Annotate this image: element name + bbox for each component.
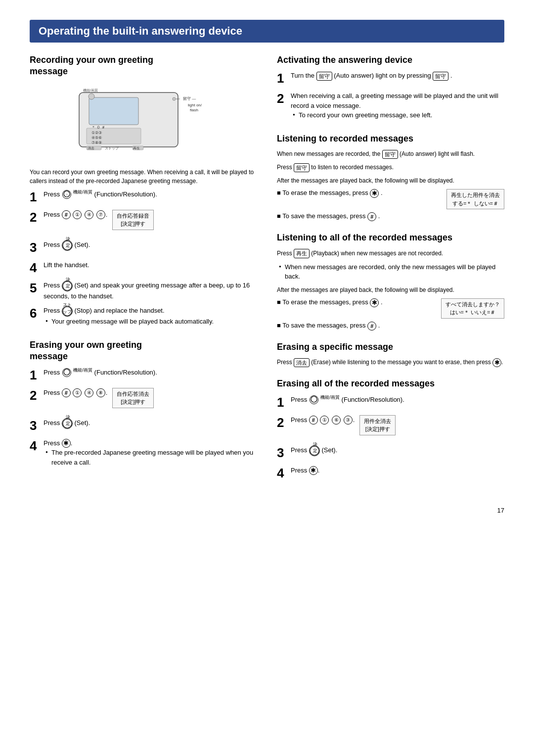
listening-press: Press 留守 to listen to recorded messages. (277, 163, 504, 172)
step-content: Press ✱. (291, 466, 504, 475)
erase-option: ■ To erase the messages, press ✱ . 再生した用… (277, 189, 504, 209)
step-text: Turn the (291, 72, 316, 79)
step-content: When receiving a call, a greeting messag… (291, 91, 504, 122)
listening-all-after: After the messages are played back, the … (277, 285, 504, 294)
step-with-note3: Press # ① ⑥ ③. 用件全消去[決定]押す (291, 415, 504, 435)
step-number: 2 (30, 388, 42, 403)
playback-icon: 再生 (294, 249, 310, 258)
save-prefix: ■ To save the messages, press (277, 213, 367, 220)
num4-icon: ④ (85, 210, 93, 219)
step-3: 3 Press 決定 (Set). (30, 240, 257, 255)
function-btn-icon3 (310, 395, 318, 404)
erase-btn-icon: 消去 (294, 358, 310, 368)
step-number: 3 (30, 418, 42, 433)
rusu-btn-icon2: 留守 (433, 72, 448, 81)
erase-all-display: すべて消去しますか？はい=＊ いいえ=＃ (441, 298, 504, 319)
btn-label-top3: 機能/画質 (320, 395, 340, 400)
set-btn-container3: 決定 (62, 418, 73, 429)
step-suffix: (Function/Resolution). (94, 190, 157, 198)
display-note3: 用件全消去[決定]押す (359, 415, 396, 435)
set-label: 決定 (66, 236, 73, 249)
svg-point-17 (173, 97, 176, 100)
num1b-icon: ① (73, 388, 82, 397)
rusu-press-icon: 留守 (294, 163, 310, 173)
step-content: Press 決定 (Set) and speak your greeting m… (44, 281, 257, 301)
step-content: Press 決定 (Set). (291, 445, 504, 456)
svg-text:light on/: light on/ (188, 103, 202, 107)
svg-point-26 (311, 396, 317, 402)
activate-step-1: 1 Turn the 留守 (Auto answer) light on by … (277, 71, 504, 86)
svg-text:留守 —: 留守 — (183, 96, 196, 101)
num6c-icon: ⑥ (332, 416, 341, 425)
step-number: 3 (30, 240, 42, 255)
activate-step-2: 2 When receiving a call, a greeting mess… (277, 91, 504, 122)
press-label: Press (44, 307, 62, 315)
press-label: Press (44, 282, 62, 289)
step-content: Press 決定 (Set). (44, 418, 257, 429)
star-icon4: ✱ (492, 358, 501, 367)
save-suffix: . (378, 213, 380, 220)
erase-option-text: ■ To erase the messages, press ✱ . (277, 189, 443, 198)
function-btn-icon2 (62, 368, 71, 377)
step-6: 6 Press ストップ (Stop) and replace the hand… (30, 306, 257, 329)
step-number: 2 (277, 91, 289, 106)
step-number: 3 (277, 445, 289, 461)
step-suffix: (Stop) and replace the handset. (74, 307, 164, 315)
star-icon: ✱ (62, 439, 71, 448)
erase-all-text: ■ To erase the messages, press ✱ . (277, 298, 437, 307)
hash-icon3: # (367, 212, 376, 221)
hash-icon4: # (367, 322, 376, 331)
page-number: 17 (30, 507, 504, 514)
set-label3: 決定 (66, 414, 73, 427)
step-number: 6 (30, 306, 42, 321)
save-option: ■ To save the messages, press # . (277, 212, 504, 221)
hash-icon2: # (62, 388, 71, 397)
step-suffix: (Set). (74, 419, 90, 426)
step-number: 1 (30, 368, 42, 383)
step-suffix: (Set) and speak your greeting message af… (44, 282, 250, 300)
section-activating-title: Activating the answering device (277, 54, 504, 66)
erase-step-4: 4 Press ✱. The pre-recorded Japanese gre… (30, 438, 257, 470)
step-content: Press # ① ⑥ ③. 用件全消去[決定]押す (291, 415, 504, 440)
press-label: Press (291, 416, 309, 424)
star-icon5: ✱ (309, 466, 318, 475)
erase-all-suffix: . (381, 298, 383, 306)
erase-step-3: 3 Press 決定 (Set). (30, 418, 257, 433)
svg-text:④⑤⑥: ④⑤⑥ (91, 136, 102, 140)
star-icon2: ✱ (370, 189, 379, 198)
step-suffix: (Set). (321, 446, 337, 454)
step-suffix: (Set). (74, 241, 90, 248)
erase-prefix: ■ To erase the messages, press (277, 189, 370, 197)
btn-label-top2: 機能/画質 (73, 368, 92, 373)
svg-text:①②③: ①②③ (91, 131, 102, 135)
right-column: Activating the answering device 1 Turn t… (277, 54, 504, 492)
save-all-suffix: . (378, 322, 380, 329)
step-with-note: Press # ① ④ ⑦. 自作応答録音[決定]押す (44, 210, 257, 230)
set-btn-container2: 決定 (62, 281, 73, 291)
erase-suffix: . (381, 189, 383, 197)
svg-text:ストップ: ストップ (105, 146, 119, 150)
step-number: 5 (30, 281, 42, 296)
section-erasing-title: Erasing your own greetingmessage (30, 339, 257, 363)
star-icon3: ✱ (370, 298, 379, 307)
step-bullet2: The pre-recorded Japanese greeting messa… (51, 448, 257, 467)
step-number: 1 (277, 395, 289, 410)
save-all-prefix: ■ To save the messages, press (277, 322, 367, 329)
set-label4: 決定 (313, 441, 320, 455)
step-content: Press 決定 (Set). (44, 240, 257, 251)
num1c-icon: ① (320, 416, 329, 425)
display-note: 自作応答録音[決定]押す (112, 210, 154, 230)
display-note2: 自作応答消去[決定]押す (112, 388, 154, 408)
stop-label: ストップ (63, 302, 73, 315)
section-erasing-all: Erasing all of the recorded messages 1 P… (277, 378, 504, 480)
step-number: 4 (277, 466, 289, 481)
hash-icon: # (62, 210, 71, 219)
step-5: 5 Press 決定 (Set) and speak your greeting… (30, 281, 257, 301)
erase-all-step-2: 2 Press # ① ⑥ ③. 用件全消去[決定]押す (277, 415, 504, 440)
svg-text:flash: flash (190, 108, 198, 112)
step-1: 1 Press ○ 機能/画質 (Function/Resolution). (30, 189, 257, 205)
svg-text:＊ ０ ＃: ＊ ０ ＃ (91, 125, 105, 130)
press-label: Press (44, 241, 62, 248)
set-btn-container4: 決定 (309, 445, 320, 456)
num8b-icon: ⑧ (96, 388, 105, 397)
